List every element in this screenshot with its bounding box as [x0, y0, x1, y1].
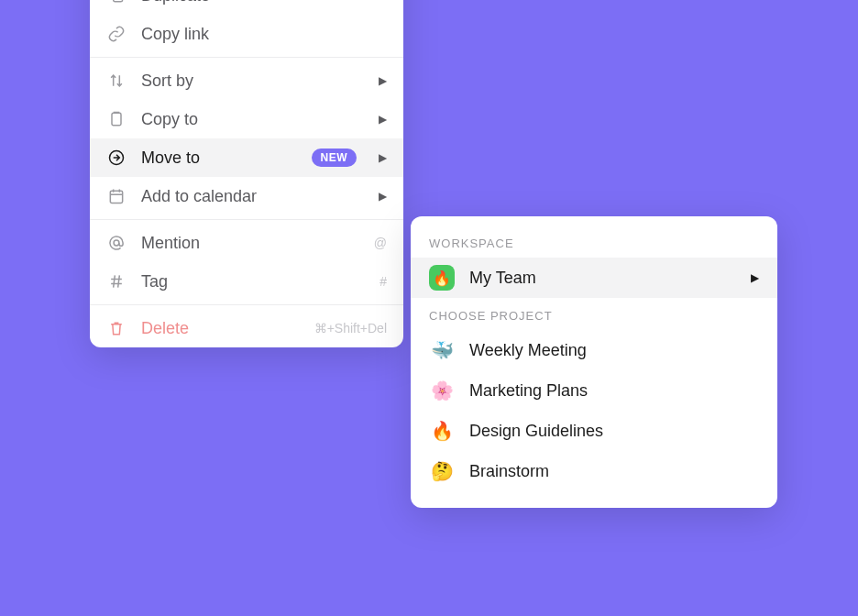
workspace-header: WORKSPACE	[411, 226, 777, 258]
duplicate-icon	[106, 0, 126, 6]
shortcut-text: #	[380, 274, 387, 289]
context-menu: Check all ⌘+Shift+Enter Duplicate ⌘+D Co…	[90, 0, 403, 347]
shortcut-text: ⌘+Shift+Del	[314, 321, 387, 336]
project-label: Brainstorm	[469, 462, 759, 481]
project-item-design-guidelines[interactable]: 🔥 Design Guidelines	[411, 411, 777, 451]
svg-rect-1	[112, 113, 121, 125]
project-item-brainstorm[interactable]: 🤔 Brainstorm	[411, 451, 777, 491]
project-item-marketing-plans[interactable]: 🌸 Marketing Plans	[411, 370, 777, 411]
divider	[90, 219, 403, 220]
sort-icon	[106, 71, 126, 91]
menu-item-copy-link[interactable]: Copy link	[90, 15, 403, 53]
trash-icon	[106, 318, 126, 338]
link-icon	[106, 24, 126, 44]
project-item-weekly-meeting[interactable]: 🐳 Weekly Meeting	[411, 330, 777, 370]
menu-label: Delete	[141, 319, 300, 338]
menu-label: Copy link	[141, 25, 387, 44]
chevron-right-icon: ▶	[751, 271, 759, 284]
project-label: Weekly Meeting	[469, 341, 759, 360]
menu-item-tag[interactable]: Tag #	[90, 262, 403, 301]
menu-item-move-to[interactable]: Move to NEW ▶	[90, 138, 403, 177]
menu-label: Duplicate	[141, 0, 343, 6]
menu-label: Mention	[141, 234, 359, 253]
chevron-right-icon: ▶	[379, 113, 387, 126]
project-label: Marketing Plans	[469, 381, 759, 401]
shortcut-text: @	[374, 236, 387, 250]
mention-icon	[106, 233, 126, 253]
new-badge: NEW	[312, 148, 358, 167]
move-icon	[106, 148, 126, 168]
chevron-right-icon: ▶	[379, 151, 387, 164]
menu-item-add-calendar[interactable]: Add to calendar ▶	[90, 177, 403, 215]
svg-rect-3	[110, 191, 122, 203]
flower-icon: 🌸	[429, 378, 455, 403]
hash-icon	[106, 271, 126, 292]
divider	[90, 57, 403, 58]
thinking-icon: 🤔	[429, 458, 455, 484]
move-to-submenu: WORKSPACE 🔥 My Team ▶ CHOOSE PROJECT 🐳 W…	[411, 216, 777, 508]
project-header: CHOOSE PROJECT	[411, 298, 777, 330]
project-label: Design Guidelines	[469, 422, 759, 441]
clipboard-icon	[106, 109, 126, 129]
menu-item-delete[interactable]: Delete ⌘+Shift+Del	[90, 309, 403, 347]
menu-label: Move to	[141, 148, 297, 168]
menu-item-duplicate[interactable]: Duplicate ⌘+D	[90, 0, 403, 15]
workspace-label: My Team	[469, 269, 736, 288]
menu-label: Copy to	[141, 110, 357, 129]
menu-item-copy-to[interactable]: Copy to ▶	[90, 100, 403, 138]
fire-icon: 🔥	[429, 265, 455, 291]
shortcut-text: ⌘+D	[358, 0, 387, 3]
menu-label: Sort by	[141, 72, 357, 91]
svg-rect-0	[114, 0, 123, 2]
workspace-item-my-team[interactable]: 🔥 My Team ▶	[411, 258, 777, 298]
menu-label: Add to calendar	[141, 187, 357, 206]
svg-point-4	[114, 240, 119, 246]
chevron-right-icon: ▶	[379, 190, 387, 203]
chevron-right-icon: ▶	[379, 74, 387, 87]
menu-label: Tag	[141, 272, 365, 292]
menu-item-sort-by[interactable]: Sort by ▶	[90, 61, 403, 100]
divider	[90, 304, 403, 305]
calendar-icon	[106, 186, 126, 206]
menu-item-mention[interactable]: Mention @	[90, 224, 403, 262]
fire-icon: 🔥	[429, 418, 455, 444]
whale-icon: 🐳	[429, 337, 455, 363]
